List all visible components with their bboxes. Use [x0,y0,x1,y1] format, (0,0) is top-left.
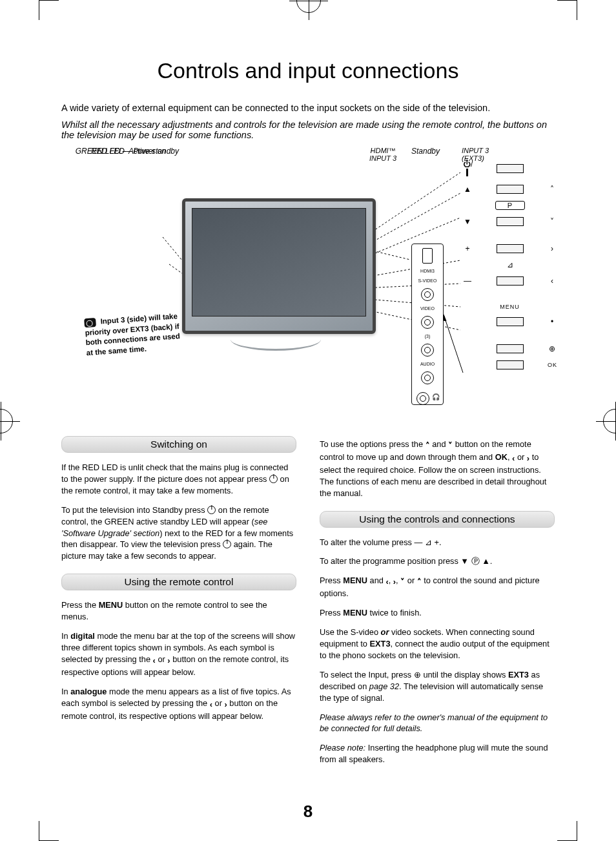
prog-letter-row: P [463,201,557,210]
menu-row: MENU [463,304,557,310]
prog-down-row: ▼˅ [463,217,557,226]
cc-p6: To select the Input, press ⊕ until the d… [320,669,555,704]
cc-p2: To alter the programme position press ▼ … [320,555,555,567]
label-svideo: S-VIDEO [418,278,437,283]
page-title: Controls and input connections [61,58,555,83]
cc-p7: Please always refer to the owner's manua… [320,712,555,735]
crop-mark [39,0,59,20]
crop-mark [557,821,577,841]
ok-button [497,360,524,369]
input-row: ⊕ [463,344,557,353]
power-icon: ⏻/❙ [463,160,472,178]
cc-p1: To alter the volume press — ⊿ +. [320,537,555,548]
right-column: To use the options press the ˄ and ˅ but… [320,424,555,773]
note-icon [84,318,96,327]
vol-down-button [497,276,524,286]
switching-on-p2: To put the television into Standby press… [61,504,296,563]
input-button [497,344,524,353]
input-icon: ⊕ [414,670,421,680]
ok-row: OK [463,360,557,369]
headphone-jack-icon [416,392,429,405]
label-green-led: GREEN LED – Active standby [63,147,179,156]
options-continuation: To use the options press the ˄ and ˅ but… [320,439,555,499]
standby-button [497,164,524,173]
label-hdmi3: HDMI3 [420,269,435,273]
power-icon [269,475,278,483]
prog-down-button [497,217,524,226]
heading-controls-connections: Using the controls and connections [320,511,555,528]
switching-on-p1: If the RED LED is unlit check that the m… [61,462,296,497]
prog-up-row: ▲˄ [463,185,557,194]
heading-using-remote: Using the remote control [61,574,296,590]
side-input-panel: HDMI3 S-VIDEO VIDEO (3) AUDIO [411,244,444,405]
tv-illustration [182,198,376,334]
headphone-icon: 🎧 [432,393,440,400]
priority-note-text: Input 3 (side) will take priority over E… [85,312,180,356]
label-3: (3) [415,334,440,338]
remote-p3: In analogue mode the menu appears as a l… [61,686,296,722]
cc-p3: Press MENU and ‹, ›, ˅ or ˄ to control t… [320,575,555,599]
vol-up-row: +› [463,244,557,253]
intro-line-1: A wide variety of external equipment can… [61,103,555,113]
video-jack-icon [421,316,434,329]
manual-page: Controls and input connections A wide va… [0,0,616,841]
svideo-jack-icon [421,288,434,301]
label-hdmi-input3: HDMI™ INPUT 3 [369,147,396,162]
registration-mark [296,0,321,13]
connections-diagram: Standby RED LED – Power on GREEN LED – A… [63,147,553,405]
audio-r-jack-icon [421,371,434,384]
label-audio: AUDIO [420,362,435,366]
priority-note: Input 3 (side) will take priority over E… [84,311,183,358]
registration-mark [0,409,13,433]
menu-label: MENU [500,304,520,310]
power-icon [207,506,216,514]
menu-button-row: • [463,317,557,326]
tv-button-panel: ⏻/❙ ▲˄ P ▼˅ +› ⊿ —‹ MENU • ⊕ OK [463,160,557,369]
tv-stand-illustration [231,331,321,351]
svg-line-10 [444,315,463,373]
remote-p2: In digital mode the menu bar at the top … [61,630,296,678]
vol-up-button [497,244,524,253]
label-standby: Standby [411,147,440,156]
label-video: VIDEO [420,306,435,311]
standby-button-row: ⏻/❙ [463,160,557,178]
heading-switching-on: Switching on [61,436,296,453]
prog-up-button [497,185,524,194]
cc-p5: Use the S-video or video sockets. When c… [320,627,555,661]
audio-l-jack-icon [421,344,434,357]
hdmi-port-icon [422,248,433,264]
body-columns: Switching on If the RED LED is unlit che… [61,424,555,773]
input-icon: ⊕ [548,344,557,353]
cc-p8: Please note: Inserting the headphone plu… [320,742,555,765]
vol-down-row: —‹ [463,276,557,286]
p-label: P [495,201,525,210]
power-icon [223,540,231,548]
crop-mark [557,0,577,20]
ok-label: OK [548,362,557,368]
intro-line-2: Whilst all the necessary adjustments and… [61,119,555,140]
vol-icon-row: ⊿ [463,260,557,269]
crop-mark [39,821,59,841]
cc-p4: Press MENU twice to finish. [320,607,555,619]
menu-button [497,317,524,326]
page-number: 8 [0,802,616,822]
registration-mark [603,409,616,433]
remote-p1: Press the MENU button on the remote cont… [61,599,296,623]
left-column: Switching on If the RED LED is unlit che… [61,424,296,773]
